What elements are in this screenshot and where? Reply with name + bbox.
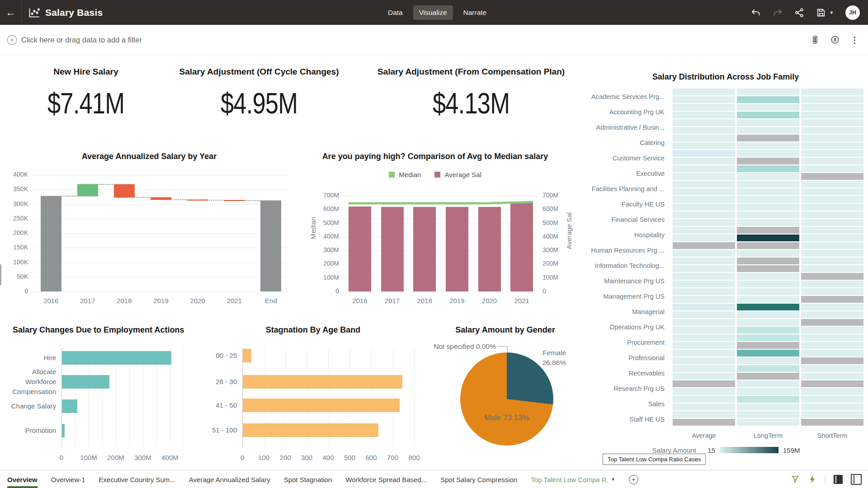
canvas-tab-spot-salary-compression[interactable]: Spot Salary Compression bbox=[440, 470, 517, 488]
heatmap-cell[interactable] bbox=[673, 204, 735, 211]
heatmap-cell[interactable] bbox=[737, 196, 799, 203]
heatmap-cell[interactable] bbox=[801, 158, 863, 164]
heatmap-cell[interactable] bbox=[737, 135, 799, 141]
heatmap-cell[interactable] bbox=[737, 188, 799, 195]
heatmap-cell[interactable] bbox=[801, 373, 863, 380]
heatmap-cell[interactable] bbox=[737, 250, 799, 257]
add-canvas-button[interactable]: + bbox=[629, 475, 638, 484]
heatmap-cell[interactable] bbox=[737, 181, 799, 188]
heatmap-cell[interactable] bbox=[673, 150, 735, 157]
heatmap-cell[interactable] bbox=[801, 227, 863, 234]
canvas-tab-overview-1[interactable]: Overview-1 bbox=[51, 470, 85, 488]
heatmap-cell[interactable] bbox=[801, 319, 863, 326]
heatmap-cell[interactable] bbox=[673, 96, 735, 103]
median-line[interactable] bbox=[344, 192, 538, 291]
waterfall-bar[interactable] bbox=[187, 200, 208, 201]
waterfall-bar[interactable] bbox=[151, 197, 171, 200]
heatmap-cell[interactable] bbox=[801, 311, 863, 318]
heatmap-cell[interactable] bbox=[801, 250, 863, 257]
header-tab-visualize[interactable]: Visualize bbox=[413, 5, 453, 20]
gender-pie-chart[interactable]: Salary Amount by Gender Not specified 0.… bbox=[427, 321, 583, 465]
heatmap-cell[interactable] bbox=[737, 319, 799, 326]
heatmap-cell[interactable] bbox=[673, 357, 735, 364]
heatmap-cell[interactable] bbox=[801, 258, 863, 264]
heatmap-chart[interactable]: Salary Distribution Across Job Family Ac… bbox=[583, 63, 868, 470]
heatmap-cell[interactable] bbox=[801, 89, 863, 95]
heatmap-cell[interactable] bbox=[801, 173, 863, 180]
heatmap-cell[interactable] bbox=[801, 196, 863, 203]
heatmap-cell[interactable] bbox=[737, 342, 799, 349]
heatmap-cell[interactable] bbox=[673, 112, 735, 118]
canvas-tab-executive-country-sum[interactable]: Executive Country Sum... bbox=[99, 470, 175, 488]
heatmap-cell[interactable] bbox=[673, 419, 735, 426]
heatmap-cell[interactable] bbox=[673, 327, 735, 333]
heatmap-cell[interactable] bbox=[801, 342, 863, 349]
heatmap-cell[interactable] bbox=[737, 158, 799, 164]
heatmap-cell[interactable] bbox=[801, 304, 863, 310]
save-icon[interactable] bbox=[816, 8, 826, 18]
heatmap-cell[interactable] bbox=[673, 373, 735, 380]
heatmap-cell[interactable] bbox=[673, 365, 735, 372]
heatmap-cell[interactable] bbox=[801, 265, 863, 272]
heatmap-cell[interactable] bbox=[737, 258, 799, 264]
heatmap-cell[interactable] bbox=[801, 242, 863, 249]
heatmap-cell[interactable] bbox=[673, 227, 735, 234]
kpi-value[interactable]: $4.13M bbox=[390, 87, 553, 120]
heatmap-cell[interactable] bbox=[673, 250, 735, 257]
heatmap-cell[interactable] bbox=[673, 265, 735, 272]
heatmap-cell[interactable] bbox=[737, 357, 799, 364]
heatmap-cell[interactable] bbox=[801, 404, 863, 410]
hbar[interactable] bbox=[62, 375, 109, 389]
combo-chart[interactable]: Are you paying high? Comparison of Avg t… bbox=[294, 149, 576, 310]
heatmap-cell[interactable] bbox=[673, 350, 735, 357]
share-icon[interactable] bbox=[794, 8, 804, 18]
heatmap-cell[interactable] bbox=[737, 142, 799, 149]
heatmap-cell[interactable] bbox=[673, 334, 735, 341]
heatmap-cell[interactable] bbox=[673, 311, 735, 318]
heatmap-cell[interactable] bbox=[801, 296, 863, 303]
kebab-menu-icon[interactable]: ⋮ bbox=[850, 35, 859, 45]
heatmap-cell[interactable] bbox=[801, 204, 863, 211]
heatmap-cell[interactable] bbox=[801, 288, 863, 295]
heatmap-cell[interactable] bbox=[801, 327, 863, 333]
panel-left-icon[interactable] bbox=[834, 475, 843, 484]
heatmap-cell[interactable] bbox=[673, 173, 735, 180]
heatmap-cell[interactable] bbox=[673, 211, 735, 218]
canvas-tab-workforce-spread-based[interactable]: Workforce Spread Based... bbox=[345, 470, 427, 488]
heatmap-cell[interactable] bbox=[801, 334, 863, 341]
lightning-icon[interactable] bbox=[808, 475, 817, 484]
legend-item-average-sal[interactable]: Average Sal bbox=[434, 171, 481, 178]
heatmap-cell[interactable] bbox=[801, 419, 863, 426]
heatmap-cell[interactable] bbox=[801, 135, 863, 141]
heatmap-cell[interactable] bbox=[801, 396, 863, 403]
redo-icon[interactable] bbox=[773, 8, 783, 18]
heatmap-cell[interactable] bbox=[737, 127, 799, 134]
stagnation-chart[interactable]: Stagnation By Age Band 01002003004005006… bbox=[199, 321, 427, 465]
heatmap-cell[interactable] bbox=[801, 165, 863, 172]
heatmap-cell[interactable] bbox=[673, 181, 735, 188]
heatmap-cell[interactable] bbox=[673, 242, 735, 249]
hbar[interactable] bbox=[243, 423, 378, 437]
heatmap-cell[interactable] bbox=[673, 388, 735, 395]
heatmap-cell[interactable] bbox=[737, 227, 799, 234]
heatmap-cell[interactable] bbox=[737, 296, 799, 303]
heatmap-cell[interactable] bbox=[673, 404, 735, 410]
heatmap-cell[interactable] bbox=[673, 411, 735, 418]
heatmap-cell[interactable] bbox=[673, 235, 735, 241]
heatmap-cell[interactable] bbox=[673, 158, 735, 164]
heatmap-cell[interactable] bbox=[673, 219, 735, 226]
heatmap-cell[interactable] bbox=[673, 296, 735, 303]
funnel-icon[interactable] bbox=[791, 475, 800, 484]
heatmap-cell[interactable] bbox=[801, 273, 863, 280]
heatmap-cell[interactable] bbox=[801, 96, 863, 103]
heatmap-cell[interactable] bbox=[673, 127, 735, 134]
heatmap-cell[interactable] bbox=[673, 319, 735, 326]
waterfall-bar[interactable] bbox=[260, 201, 281, 291]
heatmap-cell[interactable] bbox=[737, 104, 799, 111]
heatmap-cell[interactable] bbox=[737, 89, 799, 95]
heatmap-cell[interactable] bbox=[673, 281, 735, 287]
heatmap-cell[interactable] bbox=[673, 196, 735, 203]
heatmap-cell[interactable] bbox=[737, 388, 799, 395]
avatar[interactable]: JH bbox=[845, 5, 860, 20]
heatmap-cell[interactable] bbox=[737, 119, 799, 126]
